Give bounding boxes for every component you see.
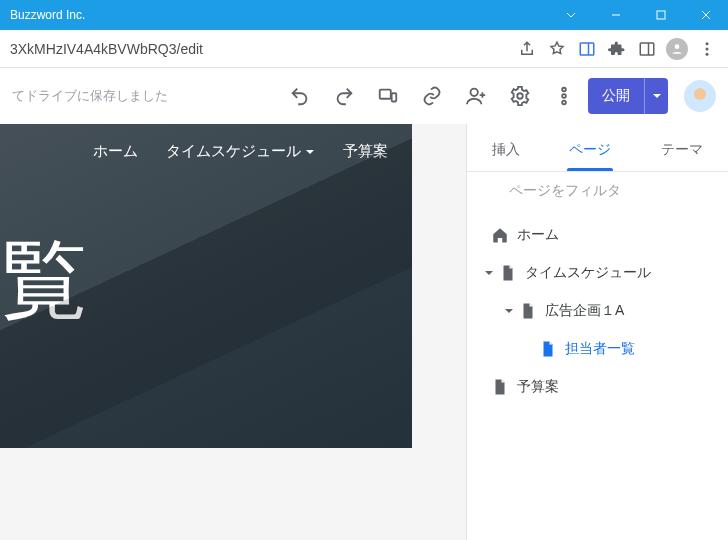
page-icon bbox=[537, 340, 559, 358]
svg-rect-1 bbox=[580, 43, 594, 55]
settings-gear-button[interactable] bbox=[500, 76, 540, 116]
caret-down-icon[interactable] bbox=[501, 306, 517, 316]
redo-button[interactable] bbox=[324, 76, 364, 116]
pages-tree: ホーム タイムスケジュール 広告企画１A 担当者一覧 予算案 bbox=[467, 210, 728, 412]
url-text[interactable]: 3XkMHzIV4A4kBVWbRQ3/edit bbox=[6, 41, 512, 57]
tree-label: タイムスケジュール bbox=[525, 264, 651, 282]
sidepanel-icon[interactable] bbox=[632, 34, 662, 64]
svg-rect-8 bbox=[392, 93, 397, 101]
tree-label: 広告企画１A bbox=[545, 302, 624, 320]
more-menu-button[interactable] bbox=[544, 76, 584, 116]
add-collaborator-button[interactable] bbox=[456, 76, 496, 116]
window-titlebar: Buzzword Inc. bbox=[0, 0, 728, 30]
tree-node-schedule[interactable]: タイムスケジュール bbox=[475, 254, 720, 292]
svg-point-9 bbox=[471, 89, 478, 96]
dropdown-window-button[interactable] bbox=[548, 0, 593, 30]
tree-label: 予算案 bbox=[517, 378, 559, 396]
share-icon[interactable] bbox=[512, 34, 542, 64]
tree-node-ad-plan[interactable]: 広告企画１A bbox=[475, 292, 720, 330]
tree-node-budget[interactable]: 予算案 bbox=[475, 368, 720, 406]
site-nav: ホーム タイムスケジュール 予算案 bbox=[0, 142, 412, 161]
save-status-text: てドライブに保存しました bbox=[12, 87, 168, 105]
svg-point-12 bbox=[562, 94, 566, 98]
svg-rect-7 bbox=[380, 90, 391, 99]
page-preview[interactable]: ホーム タイムスケジュール 予算案 覧 bbox=[0, 124, 412, 448]
page-icon bbox=[489, 378, 511, 396]
side-panel: 挿入 ページ テーマ ページをフィルタ ホーム タイムスケジュール 広告企画１A bbox=[466, 124, 728, 540]
tab-theme[interactable]: テーマ bbox=[655, 141, 709, 171]
home-icon bbox=[489, 226, 511, 244]
insert-link-button[interactable] bbox=[412, 76, 452, 116]
nav-schedule[interactable]: タイムスケジュール bbox=[166, 142, 315, 161]
tree-node-home[interactable]: ホーム bbox=[475, 216, 720, 254]
window-title: Buzzword Inc. bbox=[10, 8, 85, 22]
svg-point-3 bbox=[675, 44, 680, 49]
filter-pages-row[interactable]: ページをフィルタ bbox=[467, 172, 728, 210]
site-canvas[interactable]: ホーム タイムスケジュール 予算案 覧 bbox=[0, 124, 466, 540]
nav-schedule-label: タイムスケジュール bbox=[166, 142, 301, 161]
svg-point-4 bbox=[706, 42, 709, 45]
profile-avatar-small[interactable] bbox=[662, 34, 692, 64]
minimize-window-button[interactable] bbox=[593, 0, 638, 30]
maximize-window-button[interactable] bbox=[638, 0, 683, 30]
svg-point-6 bbox=[706, 52, 709, 55]
filter-icon bbox=[481, 182, 499, 200]
svg-point-10 bbox=[517, 93, 523, 99]
chevron-down-icon bbox=[305, 147, 315, 157]
sidepanel-toggle-icon[interactable] bbox=[572, 34, 602, 64]
tab-insert[interactable]: 挿入 bbox=[486, 141, 526, 171]
tree-label: ホーム bbox=[517, 226, 559, 244]
undo-button[interactable] bbox=[280, 76, 320, 116]
publish-dropdown-button[interactable] bbox=[644, 78, 668, 114]
close-window-button[interactable] bbox=[683, 0, 728, 30]
svg-rect-2 bbox=[640, 43, 654, 55]
page-hero-title: 覧 bbox=[0, 234, 90, 326]
browser-menu-icon[interactable] bbox=[692, 34, 722, 64]
publish-button[interactable]: 公開 bbox=[588, 78, 644, 114]
browser-address-bar: 3XkMHzIV4A4kBVWbRQ3/edit bbox=[0, 30, 728, 68]
user-avatar[interactable] bbox=[684, 80, 716, 112]
svg-point-5 bbox=[706, 47, 709, 50]
svg-point-13 bbox=[562, 101, 566, 105]
svg-rect-0 bbox=[657, 11, 665, 19]
tree-label: 担当者一覧 bbox=[565, 340, 635, 358]
nav-budget[interactable]: 予算案 bbox=[343, 142, 388, 161]
caret-down-icon[interactable] bbox=[481, 268, 497, 278]
nav-home[interactable]: ホーム bbox=[93, 142, 138, 161]
filter-placeholder: ページをフィルタ bbox=[509, 182, 621, 200]
tab-pages[interactable]: ページ bbox=[563, 141, 617, 171]
page-icon bbox=[517, 302, 539, 320]
tree-node-assignees[interactable]: 担当者一覧 bbox=[475, 330, 720, 368]
sidepanel-tabs: 挿入 ページ テーマ bbox=[467, 124, 728, 172]
page-icon bbox=[497, 264, 519, 282]
bookmark-star-icon[interactable] bbox=[542, 34, 572, 64]
svg-point-11 bbox=[562, 88, 566, 92]
extensions-icon[interactable] bbox=[602, 34, 632, 64]
preview-devices-button[interactable] bbox=[368, 76, 408, 116]
app-toolbar: てドライブに保存しました 公開 bbox=[0, 68, 728, 124]
